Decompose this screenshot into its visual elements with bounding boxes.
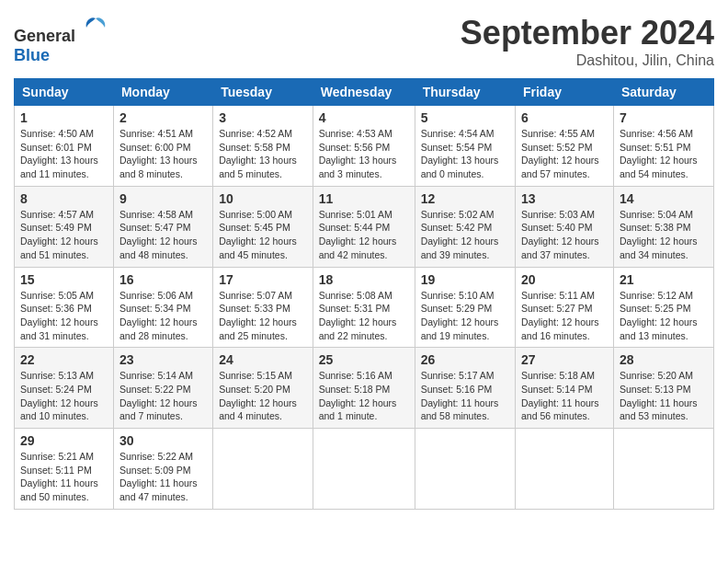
calendar-week-3: 15 Sunrise: 5:05 AM Sunset: 5:36 PM Dayl… [15, 267, 714, 348]
day-number: 5 [421, 110, 509, 125]
title-section: September 2024 Dashitou, Jilin, China [461, 14, 714, 69]
day-number: 10 [219, 191, 307, 206]
day-number: 2 [119, 110, 207, 125]
logo-general: General [14, 27, 75, 45]
day-info: Sunrise: 5:21 AM Sunset: 5:11 PM Dayligh… [20, 450, 108, 504]
calendar-cell: 8 Sunrise: 4:57 AM Sunset: 5:49 PM Dayli… [15, 186, 114, 267]
calendar-week-2: 8 Sunrise: 4:57 AM Sunset: 5:49 PM Dayli… [15, 186, 714, 267]
location: Dashitou, Jilin, China [461, 52, 714, 69]
day-number: 30 [119, 433, 207, 448]
calendar-cell [515, 429, 613, 510]
day-number: 27 [521, 352, 608, 367]
day-info: Sunrise: 4:57 AM Sunset: 5:49 PM Dayligh… [20, 208, 108, 262]
day-info: Sunrise: 5:20 AM Sunset: 5:13 PM Dayligh… [620, 369, 708, 423]
day-info: Sunrise: 5:02 AM Sunset: 5:42 PM Dayligh… [421, 208, 509, 262]
weekday-header-thursday: Thursday [415, 79, 515, 106]
day-number: 29 [20, 433, 108, 448]
calendar-cell: 21 Sunrise: 5:12 AM Sunset: 5:25 PM Dayl… [613, 267, 713, 348]
day-info: Sunrise: 5:10 AM Sunset: 5:29 PM Dayligh… [421, 289, 509, 343]
day-number: 12 [421, 191, 509, 206]
day-number: 8 [20, 191, 108, 206]
calendar-cell: 10 Sunrise: 5:00 AM Sunset: 5:45 PM Dayl… [213, 186, 313, 267]
calendar-cell: 19 Sunrise: 5:10 AM Sunset: 5:29 PM Dayl… [415, 267, 515, 348]
calendar-cell [613, 429, 713, 510]
weekday-header-tuesday: Tuesday [213, 79, 313, 106]
day-info: Sunrise: 5:07 AM Sunset: 5:33 PM Dayligh… [219, 289, 307, 343]
weekday-header-saturday: Saturday [613, 79, 713, 106]
day-number: 18 [319, 272, 409, 287]
day-number: 20 [521, 272, 608, 287]
calendar-table: SundayMondayTuesdayWednesdayThursdayFrid… [14, 78, 714, 510]
day-info: Sunrise: 5:17 AM Sunset: 5:16 PM Dayligh… [421, 369, 509, 423]
calendar-week-1: 1 Sunrise: 4:50 AM Sunset: 6:01 PM Dayli… [15, 106, 714, 187]
day-info: Sunrise: 5:11 AM Sunset: 5:27 PM Dayligh… [521, 289, 608, 343]
day-number: 3 [219, 110, 307, 125]
day-info: Sunrise: 5:22 AM Sunset: 5:09 PM Dayligh… [119, 450, 207, 504]
calendar-cell: 29 Sunrise: 5:21 AM Sunset: 5:11 PM Dayl… [15, 429, 114, 510]
calendar-cell: 5 Sunrise: 4:54 AM Sunset: 5:54 PM Dayli… [415, 106, 515, 187]
calendar-cell: 11 Sunrise: 5:01 AM Sunset: 5:44 PM Dayl… [313, 186, 415, 267]
calendar-cell: 3 Sunrise: 4:52 AM Sunset: 5:58 PM Dayli… [213, 106, 313, 187]
day-info: Sunrise: 4:52 AM Sunset: 5:58 PM Dayligh… [219, 127, 307, 181]
calendar-cell: 16 Sunrise: 5:06 AM Sunset: 5:34 PM Dayl… [113, 267, 212, 348]
day-info: Sunrise: 4:55 AM Sunset: 5:52 PM Dayligh… [521, 127, 608, 181]
day-info: Sunrise: 5:03 AM Sunset: 5:40 PM Dayligh… [521, 208, 608, 262]
page-header: General Blue September 2024 Dashitou, Ji… [14, 14, 714, 69]
calendar-cell: 13 Sunrise: 5:03 AM Sunset: 5:40 PM Dayl… [515, 186, 613, 267]
day-number: 23 [119, 352, 207, 367]
day-info: Sunrise: 5:12 AM Sunset: 5:25 PM Dayligh… [620, 289, 708, 343]
calendar-cell: 1 Sunrise: 4:50 AM Sunset: 6:01 PM Dayli… [15, 106, 114, 187]
calendar-cell: 2 Sunrise: 4:51 AM Sunset: 6:00 PM Dayli… [113, 106, 212, 187]
day-info: Sunrise: 5:04 AM Sunset: 5:38 PM Dayligh… [620, 208, 708, 262]
day-number: 7 [620, 110, 708, 125]
day-number: 4 [319, 110, 409, 125]
calendar-cell: 27 Sunrise: 5:18 AM Sunset: 5:14 PM Dayl… [515, 348, 613, 429]
calendar-cell: 7 Sunrise: 4:56 AM Sunset: 5:51 PM Dayli… [613, 106, 713, 187]
calendar-cell: 25 Sunrise: 5:16 AM Sunset: 5:18 PM Dayl… [313, 348, 415, 429]
calendar-cell: 20 Sunrise: 5:11 AM Sunset: 5:27 PM Dayl… [515, 267, 613, 348]
day-info: Sunrise: 4:54 AM Sunset: 5:54 PM Dayligh… [421, 127, 509, 181]
calendar-cell [213, 429, 313, 510]
day-info: Sunrise: 5:14 AM Sunset: 5:22 PM Dayligh… [119, 369, 207, 423]
logo: General Blue [14, 14, 109, 65]
logo-bird-icon [82, 14, 109, 41]
calendar-cell [313, 429, 415, 510]
day-info: Sunrise: 4:53 AM Sunset: 5:56 PM Dayligh… [319, 127, 409, 181]
day-info: Sunrise: 4:50 AM Sunset: 6:01 PM Dayligh… [20, 127, 108, 181]
calendar-cell: 24 Sunrise: 5:15 AM Sunset: 5:20 PM Dayl… [213, 348, 313, 429]
weekday-header-wednesday: Wednesday [313, 79, 415, 106]
day-info: Sunrise: 5:15 AM Sunset: 5:20 PM Dayligh… [219, 369, 307, 423]
day-info: Sunrise: 4:51 AM Sunset: 6:00 PM Dayligh… [119, 127, 207, 181]
day-info: Sunrise: 4:58 AM Sunset: 5:47 PM Dayligh… [119, 208, 207, 262]
day-number: 25 [319, 352, 409, 367]
day-info: Sunrise: 5:05 AM Sunset: 5:36 PM Dayligh… [20, 289, 108, 343]
day-number: 16 [119, 272, 207, 287]
day-number: 9 [119, 191, 207, 206]
day-info: Sunrise: 5:16 AM Sunset: 5:18 PM Dayligh… [319, 369, 409, 423]
day-info: Sunrise: 4:56 AM Sunset: 5:51 PM Dayligh… [620, 127, 708, 181]
day-info: Sunrise: 5:01 AM Sunset: 5:44 PM Dayligh… [319, 208, 409, 262]
calendar-cell: 6 Sunrise: 4:55 AM Sunset: 5:52 PM Dayli… [515, 106, 613, 187]
day-number: 19 [421, 272, 509, 287]
day-number: 17 [219, 272, 307, 287]
calendar-cell: 17 Sunrise: 5:07 AM Sunset: 5:33 PM Dayl… [213, 267, 313, 348]
day-number: 13 [521, 191, 608, 206]
day-number: 11 [319, 191, 409, 206]
calendar-cell: 23 Sunrise: 5:14 AM Sunset: 5:22 PM Dayl… [113, 348, 212, 429]
weekday-header-friday: Friday [515, 79, 613, 106]
day-number: 26 [421, 352, 509, 367]
weekday-header-monday: Monday [113, 79, 212, 106]
day-number: 15 [20, 272, 108, 287]
calendar-cell: 28 Sunrise: 5:20 AM Sunset: 5:13 PM Dayl… [613, 348, 713, 429]
calendar-cell: 14 Sunrise: 5:04 AM Sunset: 5:38 PM Dayl… [613, 186, 713, 267]
day-number: 6 [521, 110, 608, 125]
day-info: Sunrise: 5:08 AM Sunset: 5:31 PM Dayligh… [319, 289, 409, 343]
calendar-cell: 18 Sunrise: 5:08 AM Sunset: 5:31 PM Dayl… [313, 267, 415, 348]
calendar-cell: 12 Sunrise: 5:02 AM Sunset: 5:42 PM Dayl… [415, 186, 515, 267]
calendar-cell: 30 Sunrise: 5:22 AM Sunset: 5:09 PM Dayl… [113, 429, 212, 510]
logo-blue: Blue [14, 46, 50, 64]
month-title: September 2024 [461, 14, 714, 52]
day-number: 21 [620, 272, 708, 287]
day-info: Sunrise: 5:06 AM Sunset: 5:34 PM Dayligh… [119, 289, 207, 343]
day-number: 24 [219, 352, 307, 367]
